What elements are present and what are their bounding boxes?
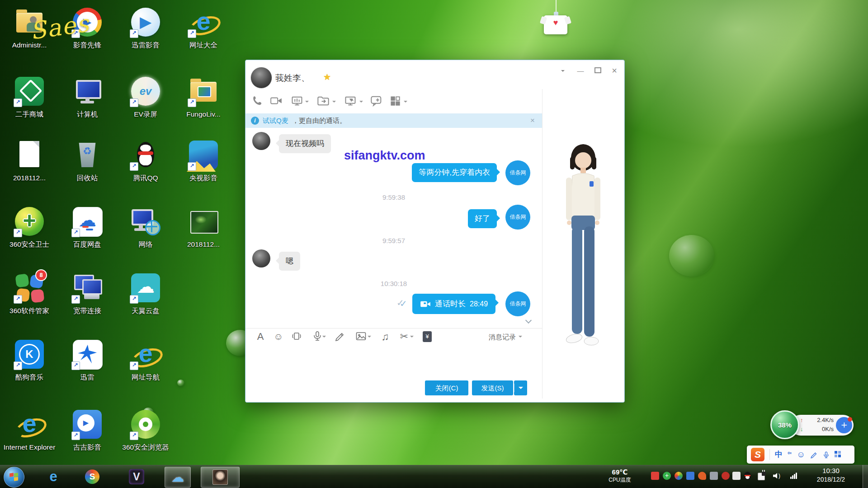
memory-ball-widget[interactable]: 38% [770, 410, 799, 439]
create-group-icon[interactable] [370, 95, 383, 108]
music-icon[interactable]: ♫ [379, 331, 391, 343]
video-call-icon[interactable] [270, 95, 283, 108]
desktop-icon-yangshi-yingyin[interactable]: ↗ 央视影音 [176, 138, 231, 182]
desktop-icon-tencent-qq[interactable]: ↗ 腾讯QQ [118, 138, 173, 182]
scroll-to-bottom-icon[interactable] [526, 317, 531, 323]
self-avatar-badge[interactable]: 借条网 [505, 160, 530, 185]
message-history-button[interactable]: 消息记录 [489, 333, 522, 342]
apps-grid-dropdown[interactable] [404, 101, 407, 104]
handwriting-icon[interactable] [334, 331, 346, 343]
send-file-dropdown[interactable] [332, 101, 336, 104]
voice-dropdown[interactable] [322, 336, 326, 339]
desktop-icon-kugou-music[interactable]: K↗ 酷狗音乐 [2, 338, 57, 381]
punctuation-button[interactable]: °' [788, 446, 792, 463]
desktop-icon-network[interactable]: 网络 [118, 205, 173, 249]
icon-label: 腾讯QQ [118, 174, 173, 182]
send-options-dropdown[interactable] [514, 380, 527, 395]
send-file-icon[interactable] [317, 95, 330, 108]
tray-icon-orange-app[interactable] [698, 472, 706, 480]
desktop-icon-tianyi-cloud[interactable]: ☁↗ 天翼云盘 [118, 271, 173, 315]
screenshot-scissors-icon[interactable]: ✂ [398, 331, 410, 343]
peer-message-avatar[interactable] [252, 249, 270, 267]
tray-icon-network-signal[interactable] [790, 472, 798, 480]
close-button[interactable]: × [608, 66, 621, 76]
screenshot-dropdown[interactable] [410, 336, 414, 339]
tshirt-ornament[interactable]: ♥ [544, 15, 567, 34]
tray-icon-volume[interactable]: ) [773, 472, 781, 480]
taskbar-v-player-button[interactable]: V [125, 467, 148, 487]
voice-message-icon[interactable] [311, 331, 323, 343]
desktop-icon-baidu-pan[interactable]: ☁↗ 百度网盘 [60, 205, 115, 249]
desktop-icon-video-file[interactable]: 2018112... [176, 205, 231, 249]
message-input-area[interactable] [245, 347, 542, 377]
peer-message-avatar[interactable] [252, 132, 270, 150]
desktop-icon-360-safe[interactable]: +↗ 360安全卫士 [2, 205, 57, 249]
send-button[interactable]: 发送(S) [472, 380, 513, 395]
xunlei-bird-icon: ↗ [71, 338, 104, 371]
taskbar-qq-chat-button[interactable] [201, 467, 240, 488]
desktop-icon-360-browser[interactable]: ↗ 360安全浏览器 [118, 408, 173, 451]
window-menu-button[interactable] [557, 66, 569, 76]
notice-close-icon[interactable]: × [530, 113, 535, 128]
desktop-icon-ev-recorder[interactable]: ev↗ EV录屏 [118, 75, 173, 118]
show-desktop-button[interactable] [863, 465, 868, 488]
desktop-icon-broadband-connection[interactable]: ↗ 宽带连接 [60, 271, 115, 315]
net-speed-widget[interactable]: ↑ 2.4K/s ↓ 0K/s ＋ [790, 415, 854, 436]
icon-label: 2018112... [2, 174, 57, 182]
close-chat-button[interactable]: 关闭(C) [425, 380, 468, 395]
font-style-icon[interactable]: A [255, 331, 266, 343]
taskbar-ie-button[interactable]: e [42, 467, 65, 487]
tray-icon-red-dot-app[interactable] [722, 472, 730, 480]
remote-desktop-icon[interactable] [344, 95, 357, 108]
desktop-icon-xunlei[interactable]: ↗ 迅雷 [60, 338, 115, 381]
desktop-icon-internet-explorer[interactable]: e Internet Explorer [2, 408, 57, 451]
tray-icon-red-app[interactable] [651, 472, 659, 480]
desktop-icon-computer[interactable]: 计算机 [60, 75, 115, 118]
sogou-toolbox-button[interactable] [835, 451, 842, 458]
window-shake-icon[interactable] [291, 331, 302, 343]
tray-icon-clipboard[interactable] [732, 472, 741, 480]
tray-icon-camera[interactable] [710, 472, 718, 480]
red-packet-icon[interactable]: ¥ [423, 331, 432, 342]
screen-share-icon[interactable] [291, 95, 303, 108]
handwrite-button[interactable] [810, 446, 818, 463]
tray-icon-green-plus[interactable]: + [663, 472, 671, 480]
image-dropdown[interactable] [368, 336, 371, 339]
maximize-button[interactable] [591, 66, 604, 76]
sogou-logo[interactable]: S [751, 448, 764, 461]
desktop-icon-text-document[interactable]: 2018112... [2, 138, 57, 182]
tray-icon-pinwheel[interactable] [675, 472, 683, 480]
icon-label: 迅雷影音 [118, 41, 173, 49]
peer-avatar[interactable] [250, 67, 272, 89]
desktop-icon-jiji-yingyin[interactable]: ▶↗ 吉吉影音 [60, 408, 115, 451]
desktop-icon-recycle-bin[interactable]: ♻ 回收站 [60, 138, 115, 182]
desktop-icon-wangzhi-daquan[interactable]: e↗ 网址大全 [176, 5, 231, 49]
desktop-icon-wangzhi-daohang[interactable]: e↗ 网址导航 [118, 338, 173, 381]
tray-icon-blue-app[interactable] [686, 472, 694, 480]
desktop-icon-360-software-manager[interactable]: 8↗ 360软件管家 [2, 271, 57, 315]
emoji-input-button[interactable]: ☺ [797, 446, 805, 463]
self-avatar-badge[interactable]: 借条网 [505, 205, 530, 230]
emoji-icon[interactable]: ☺ [273, 331, 284, 343]
minimize-button[interactable]: — [574, 66, 587, 76]
remote-desktop-dropdown[interactable] [359, 101, 363, 104]
desktop-icon-fungolive[interactable]: ↗ FungoLiv... [176, 75, 231, 118]
tray-icon-power-plug[interactable] [758, 472, 766, 480]
voice-input-button[interactable] [823, 446, 830, 463]
start-button[interactable] [4, 467, 24, 488]
lang-mode-button[interactable]: 中 [775, 446, 783, 463]
accelerate-plus-button[interactable]: ＋ [836, 417, 852, 433]
taskbar-cloud-app-button[interactable]: ☁ [165, 467, 191, 488]
screen-share-dropdown[interactable] [305, 101, 309, 104]
tray-icon-qq-penguin[interactable] [744, 472, 752, 480]
taskbar-clock[interactable]: 10:30 2018/12/2 [807, 467, 854, 483]
voice-call-icon[interactable] [252, 95, 264, 108]
apps-grid-icon[interactable] [389, 95, 402, 108]
self-avatar-badge[interactable]: 借条网 [505, 291, 530, 316]
taskbar-sogou-button[interactable]: S [80, 467, 104, 487]
desktop-icon-xunlei-yingyin[interactable]: ▶↗ 迅雷影音 [118, 5, 173, 49]
image-icon[interactable] [355, 331, 367, 343]
desktop-icon-ershou-shangcheng[interactable]: ↗ 二手商城 [2, 75, 57, 118]
qmai-link[interactable]: 试试Q麦 [263, 113, 288, 128]
call-record-bubble[interactable]: 通话时长 28:49 [412, 294, 495, 314]
